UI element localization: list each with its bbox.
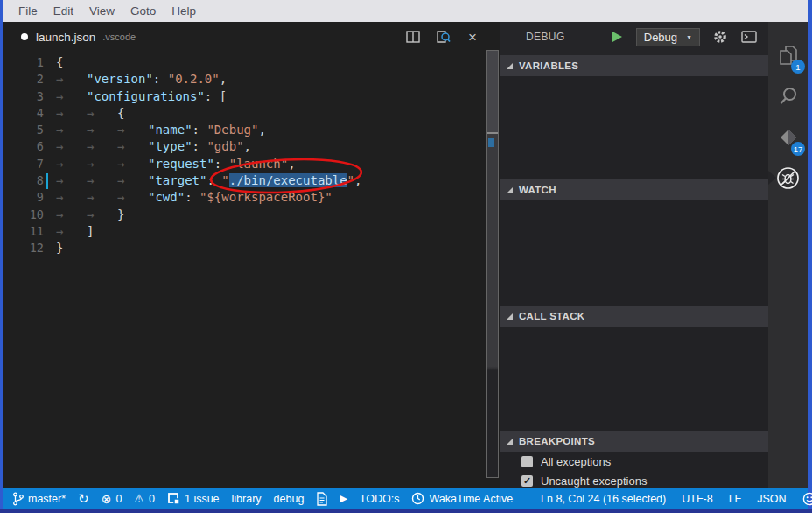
line-number[interactable]: 7 bbox=[4, 156, 44, 172]
status-todo-s[interactable]: TODO:s bbox=[360, 493, 400, 505]
line-number[interactable]: 9 bbox=[4, 189, 44, 206]
code-line[interactable]: 6→→→"type": "gdb", bbox=[4, 138, 486, 155]
tab-whitespace-icon: → bbox=[56, 189, 87, 206]
code-line[interactable]: 3→"configurations": [ bbox=[4, 88, 486, 105]
breakpoint-row[interactable]: ✓Uncaught exceptions bbox=[500, 471, 768, 488]
line-number[interactable]: 4 bbox=[4, 105, 44, 122]
line-number[interactable]: 1 bbox=[4, 54, 44, 71]
code-line-content: →"configurations": [ bbox=[44, 88, 227, 105]
code-line[interactable]: 5→→→"name": "Debug", bbox=[4, 122, 486, 138]
code-token: "version" bbox=[87, 72, 153, 86]
code-line[interactable]: 10→→} bbox=[4, 207, 486, 223]
status-lf[interactable]: LF bbox=[729, 493, 742, 505]
sync-icon: ↻ bbox=[78, 492, 89, 505]
section-label: VARIABLES bbox=[519, 60, 578, 71]
status-1-issue[interactable]: 1 issue bbox=[167, 492, 220, 505]
start-debug-icon[interactable] bbox=[612, 32, 622, 42]
status-doc[interactable] bbox=[316, 492, 327, 506]
tab-whitespace-icon: → bbox=[56, 207, 87, 223]
menu-item-help[interactable]: Help bbox=[164, 0, 204, 22]
section-label: CALL STACK bbox=[519, 311, 584, 321]
code-token: , bbox=[258, 123, 265, 137]
code-line[interactable]: 1{ bbox=[4, 54, 486, 71]
breakpoint-row[interactable]: All exceptions bbox=[500, 452, 768, 471]
line-number[interactable]: 2 bbox=[4, 71, 44, 88]
status-json[interactable]: JSON bbox=[757, 493, 786, 505]
status-play[interactable]: ▶ bbox=[340, 494, 346, 503]
code-line[interactable]: 11→] bbox=[4, 223, 486, 240]
line-number[interactable]: 6 bbox=[4, 138, 44, 155]
tab-whitespace-icon: → bbox=[87, 156, 117, 172]
tab-whitespace-icon: → bbox=[87, 105, 117, 122]
status-0[interactable]: ⊗0 bbox=[102, 493, 122, 505]
status-label: Ln 8, Col 24 (16 selected) bbox=[541, 493, 666, 505]
tab-whitespace-icon: → bbox=[87, 122, 117, 138]
activity-bar: 117 bbox=[768, 22, 808, 488]
code-line-content: →→→"cwd": "${workspaceRoot}" bbox=[44, 189, 332, 206]
code-line-content: →] bbox=[44, 223, 94, 240]
status-wakatime-active[interactable]: WakaTime Active bbox=[411, 492, 513, 505]
section-header-variables[interactable]: VARIABLES bbox=[500, 55, 768, 76]
line-number[interactable]: 3 bbox=[4, 88, 44, 105]
scrollbar-thumb[interactable] bbox=[487, 51, 498, 134]
code-token: : bbox=[214, 157, 229, 171]
menu-item-edit[interactable]: Edit bbox=[46, 0, 81, 22]
code-line[interactable]: 4→→{ bbox=[4, 105, 486, 122]
code-line[interactable]: 2→"version": "0.2.0", bbox=[4, 71, 486, 88]
status-master[interactable]: master* bbox=[12, 492, 66, 506]
code-line-content: →→→"type": "gdb", bbox=[44, 138, 251, 155]
status-label: LF bbox=[729, 493, 742, 505]
menu-item-view[interactable]: View bbox=[81, 0, 122, 22]
gear-icon[interactable] bbox=[711, 28, 729, 46]
close-icon[interactable]: × bbox=[465, 29, 480, 45]
debug-config-dropdown[interactable]: Debug ▼ bbox=[636, 28, 700, 46]
status-smiley[interactable] bbox=[802, 492, 812, 506]
section-header-watch[interactable]: WATCH bbox=[500, 179, 768, 200]
section-header-breakpoints[interactable]: BREAKPOINTS bbox=[500, 431, 768, 452]
code-editor[interactable]: 1{2→"version": "0.2.0",3→"configurations… bbox=[4, 54, 486, 488]
status-sync[interactable]: ↻ bbox=[78, 492, 89, 505]
vscode-window: FileEditViewGotoHelp launch.json .vscode… bbox=[0, 0, 812, 513]
status-0[interactable]: ⚠0 bbox=[134, 493, 155, 505]
code-line[interactable]: 7→→→"request": "launch", bbox=[4, 156, 486, 172]
code-token: , bbox=[288, 157, 295, 171]
line-number[interactable]: 11 bbox=[4, 223, 44, 240]
debug-config-label: Debug bbox=[644, 31, 677, 44]
twisty-expanded-icon bbox=[507, 439, 513, 445]
code-token: "configurations" bbox=[87, 89, 205, 103]
code-token: " bbox=[221, 173, 228, 187]
debug-console-icon[interactable] bbox=[740, 28, 758, 46]
editor-scrollbar[interactable] bbox=[486, 50, 499, 478]
dirty-indicator-icon bbox=[21, 33, 28, 40]
menu-item-file[interactable]: File bbox=[10, 0, 46, 22]
tab-whitespace-icon: → bbox=[56, 105, 87, 122]
window-border-bottom bbox=[0, 509, 812, 513]
code-line[interactable]: 12} bbox=[4, 240, 486, 256]
menu-item-goto[interactable]: Goto bbox=[122, 0, 164, 22]
editor-group: launch.json .vscode × 1{2→"version": "0.… bbox=[4, 22, 500, 488]
split-editor-icon[interactable] bbox=[405, 29, 421, 45]
open-preview-icon[interactable] bbox=[435, 29, 451, 45]
code-line-content: →→→"request": "launch", bbox=[44, 156, 296, 172]
status-ln-8-col-24-16-selected[interactable]: Ln 8, Col 24 (16 selected) bbox=[541, 493, 666, 505]
activity-item-search[interactable] bbox=[768, 75, 808, 116]
line-number[interactable]: 8 bbox=[4, 172, 44, 189]
activity-item-git[interactable]: 17 bbox=[768, 116, 808, 158]
code-line-content: →→→"target": "./bin/executable", bbox=[44, 172, 361, 189]
checkbox-checked-icon[interactable]: ✓ bbox=[522, 475, 533, 487]
status-debug[interactable]: debug bbox=[274, 493, 304, 505]
status-utf-8[interactable]: UTF-8 bbox=[682, 493, 712, 505]
line-number[interactable]: 10 bbox=[4, 207, 44, 223]
code-line[interactable]: 9→→→"cwd": "${workspaceRoot}" bbox=[4, 189, 486, 206]
section-header-call-stack[interactable]: CALL STACK bbox=[500, 306, 768, 327]
code-token: "${workspaceRoot}" bbox=[200, 190, 332, 204]
line-number[interactable]: 12 bbox=[4, 240, 44, 256]
code-line[interactable]: 8→→→"target": "./bin/executable", bbox=[4, 172, 486, 189]
code-token: "gdb" bbox=[206, 139, 243, 153]
status-library[interactable]: library bbox=[232, 493, 262, 505]
line-number[interactable]: 5 bbox=[4, 122, 44, 138]
checkbox-unchecked-icon[interactable] bbox=[522, 456, 533, 467]
file-tab[interactable]: launch.json bbox=[36, 31, 95, 44]
activity-item-explorer[interactable]: 1 bbox=[768, 34, 808, 75]
debug-panel-title: DEBUG bbox=[526, 31, 565, 43]
